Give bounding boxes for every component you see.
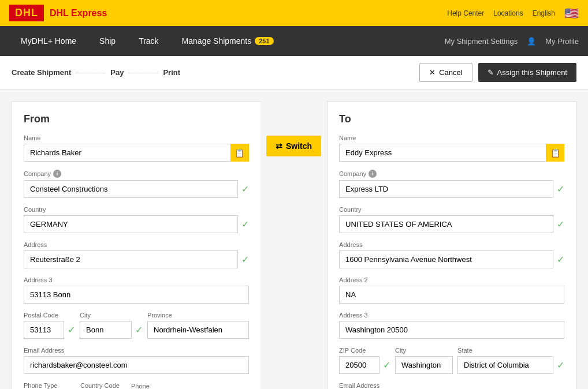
to-company-check: ✓ [557, 184, 564, 194]
breadcrumb-step-print: Print [163, 68, 180, 77]
to-email-group: Email Address [339, 382, 564, 389]
switch-button[interactable]: ⇄ Switch [266, 136, 321, 156]
from-company-check: ✓ [241, 184, 249, 194]
top-header: DHL DHL Express Help Center Locations En… [0, 0, 588, 26]
from-country-input[interactable] [24, 215, 238, 233]
to-address3-input[interactable] [339, 321, 564, 339]
cancel-button[interactable]: ✕ Cancel [419, 63, 472, 82]
to-country-input[interactable] [339, 215, 553, 233]
nav-item-manage[interactable]: Manage Shipments 251 [170, 26, 285, 56]
breadcrumb-sep-1: ———— [76, 68, 106, 77]
from-email-wrapper [24, 356, 249, 374]
to-country-label: Country [339, 206, 564, 213]
nav-left: MyDHL+ Home Ship Track Manage Shipments … [9, 26, 285, 56]
from-address3-group: Address 3 [24, 276, 249, 304]
from-name-group: Name 📋 ✓ [24, 134, 249, 162]
from-email-group: Email Address [24, 347, 249, 374]
from-province-label: Province [147, 312, 249, 319]
toolbar-actions: ✕ Cancel ✎ Assign this Shipment [419, 63, 576, 82]
to-country-group: Country ✓ [339, 206, 564, 233]
to-state-check: ✓ [557, 360, 564, 371]
nav-item-mydhl[interactable]: MyDHL+ Home [9, 26, 88, 56]
from-name-icon-btn[interactable]: 📋 [230, 144, 249, 162]
from-email-input[interactable] [24, 356, 249, 374]
from-phone-row: Phone Type Other Mobile Home Work Countr… [24, 382, 249, 389]
from-address3-label: Address 3 [24, 276, 249, 283]
assign-label: Assign this Shipment [497, 68, 567, 77]
my-profile-link[interactable]: My Profile [545, 37, 579, 46]
to-company-group: Company i ✓ [339, 170, 564, 198]
main-content: From Name 📋 ✓ Company i ✓ [0, 89, 588, 389]
from-province-input[interactable] [147, 321, 249, 339]
to-zip-wrapper: ✓ [339, 356, 390, 374]
nav-item-ship[interactable]: Ship [88, 26, 127, 56]
from-address-wrapper: ✓ [24, 250, 249, 268]
to-state-input[interactable] [457, 356, 553, 374]
from-city-input[interactable] [80, 321, 132, 339]
from-country-group: Country ✓ [24, 206, 249, 233]
manage-label: Manage Shipments [182, 36, 252, 46]
to-company-info-icon[interactable]: i [369, 170, 377, 178]
to-name-label: Name [339, 134, 564, 141]
nav-item-track[interactable]: Track [127, 26, 170, 56]
to-book-icon: 📋 [550, 148, 560, 158]
to-address-label: Address [339, 241, 564, 248]
country-flag: 🇺🇸 [564, 6, 579, 20]
from-city-wrapper: ✓ [80, 321, 143, 339]
from-company-group: Company i ✓ [24, 170, 249, 198]
from-address-input[interactable] [24, 250, 238, 268]
my-shipment-settings-link[interactable]: My Shipment Settings [445, 37, 518, 46]
from-address-label: Address [24, 241, 249, 248]
locations-link[interactable]: Locations [493, 9, 523, 17]
from-city-check: ✓ [135, 324, 143, 335]
to-city-wrapper [395, 356, 453, 374]
from-company-wrapper: ✓ [24, 180, 249, 198]
from-country-code-label: Country Code [80, 382, 126, 389]
nav-bar: MyDHL+ Home Ship Track Manage Shipments … [0, 26, 588, 56]
logo-area: DHL DHL Express [9, 5, 107, 21]
to-address2-group: Address 2 [339, 276, 564, 304]
from-email-label: Email Address [24, 347, 249, 354]
from-company-label: Company i [24, 170, 249, 178]
switch-col: ⇄ Switch [260, 101, 327, 389]
dhl-logo: DHL [9, 5, 44, 21]
breadcrumb-step-pay: Pay [110, 68, 124, 77]
breadcrumb: Create Shipment ———— Pay ———— Print [12, 68, 180, 77]
from-city-label: City [80, 312, 143, 319]
to-address-check: ✓ [557, 254, 564, 265]
to-section: To Name 📋 ✓ Company i ✓ [328, 101, 576, 389]
to-state-label: State [457, 347, 564, 354]
to-city-label: City [395, 347, 453, 354]
from-phone-type-group: Phone Type Other Mobile Home Work [24, 382, 76, 389]
from-phone-group: Phone ✓ [131, 383, 249, 389]
to-zip-group: ZIP Code ✓ [339, 347, 390, 374]
to-address-group: Address ✓ [339, 241, 564, 268]
from-phone-type-label: Phone Type [24, 382, 76, 389]
to-state-group: State ✓ [457, 347, 564, 374]
from-province-group: Province [147, 312, 249, 339]
to-address-input[interactable] [339, 250, 553, 268]
to-city-input[interactable] [395, 356, 453, 374]
company-info-icon[interactable]: i [53, 170, 61, 178]
from-address3-wrapper [24, 286, 249, 304]
assign-icon: ✎ [487, 68, 494, 77]
to-name-input[interactable] [339, 144, 553, 162]
assign-shipment-button[interactable]: ✎ Assign this Shipment [478, 63, 576, 82]
breadcrumb-step-create: Create Shipment [12, 68, 71, 77]
to-address2-input[interactable] [339, 286, 564, 304]
to-name-icon-btn[interactable]: 📋 [546, 144, 564, 162]
from-postal-input[interactable] [24, 321, 64, 339]
from-company-input[interactable] [24, 180, 238, 198]
to-zip-check: ✓ [383, 360, 390, 371]
to-address3-group: Address 3 [339, 312, 564, 339]
from-name-input[interactable] [24, 144, 238, 162]
from-section: From Name 📋 ✓ Company i ✓ [12, 101, 260, 389]
language-link[interactable]: English [533, 9, 555, 17]
help-center-link[interactable]: Help Center [447, 9, 484, 17]
from-country-wrapper: ✓ [24, 215, 249, 233]
from-country-label: Country [24, 206, 249, 213]
to-zip-input[interactable] [339, 356, 379, 374]
from-address3-input[interactable] [24, 286, 249, 304]
to-title: To [339, 113, 564, 125]
to-company-input[interactable] [339, 180, 553, 198]
